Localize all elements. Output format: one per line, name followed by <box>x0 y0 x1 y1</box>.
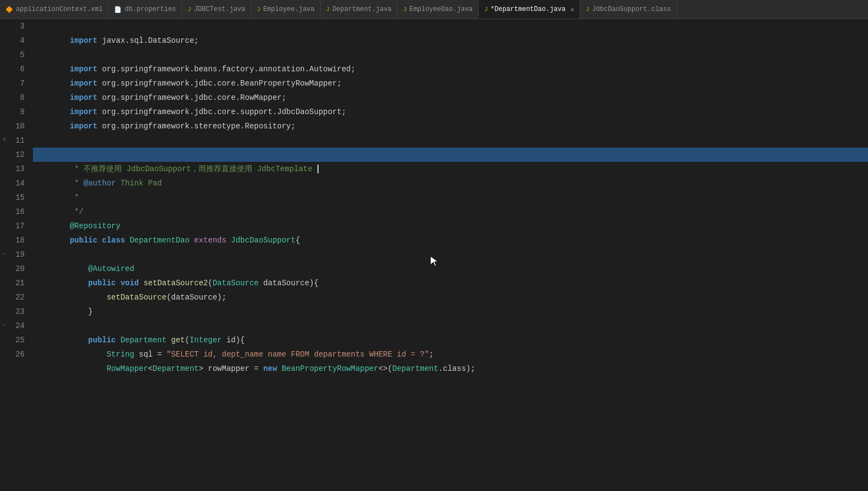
code-line-8: import org.springframework.jdbc.core.sup… <box>33 91 868 105</box>
tab-dbProperties[interactable]: 📄 db.properties <box>109 0 182 19</box>
tab-jdbcDaoSupport[interactable]: J JdbcDaoSupport.class <box>580 0 677 19</box>
line-num-7: 7 <box>0 76 30 91</box>
tab-icon-employee: J <box>257 6 260 13</box>
tab-icon-jdbcDaoSupport: J <box>586 6 589 13</box>
tab-icon-department: J <box>326 6 330 13</box>
code-line-5: import org.springframework.beans.factory… <box>33 48 868 62</box>
code-line-20: public void setDataSource2(DataSource da… <box>33 262 868 276</box>
tab-label-applicationContext: applicationContext.xml <box>16 5 103 13</box>
line-num-6: 6 <box>0 62 30 76</box>
tab-jdbcTest[interactable]: J JDBCTest.java <box>182 0 251 19</box>
tab-label-jdbcDaoSupport: JdbcDaoSupport.class <box>592 5 671 13</box>
line-num-14: 14 <box>0 176 30 190</box>
code-line-18 <box>33 233 868 247</box>
tab-bar: 🔶 applicationContext.xml 📄 db.properties… <box>0 0 868 19</box>
code-line-7: import org.springframework.jdbc.core.Row… <box>33 76 868 91</box>
code-line-6: import org.springframework.jdbc.core.Bea… <box>33 62 868 76</box>
tab-label-departmentDao: *DepartmentDao.java <box>491 5 566 13</box>
code-line-15: */ <box>33 190 868 205</box>
line-num-5: 5 <box>0 48 30 62</box>
code-line-22: } <box>33 290 868 304</box>
line-num-21: 21 <box>0 276 30 290</box>
code-line-19: @Autowired <box>33 247 868 262</box>
line-numbers: 3 4 5 6 7 8 9 10 11= 12 13 14 15 16 17 1… <box>0 19 30 491</box>
fold-icon-24: ◦ <box>3 319 6 333</box>
code-line-13: * @author Think Pad <box>33 162 868 176</box>
line-num-4: 4 <box>0 33 30 48</box>
tab-label-employeeDao: EmployeeDao.java <box>410 5 473 13</box>
tab-applicationContext[interactable]: 🔶 applicationContext.xml <box>0 0 109 19</box>
code-line-25: String sql = "SELECT id, dept_name name … <box>33 333 868 347</box>
line-num-15: 15 <box>0 190 30 205</box>
code-line-9: import org.springframework.stereotype.Re… <box>33 105 868 119</box>
code-content[interactable]: import javax.sql.DataSource; import org.… <box>30 19 868 491</box>
line-num-11: 11= <box>0 133 30 148</box>
code-line-11: /** <box>33 133 868 148</box>
line-num-23: 23 <box>0 304 30 319</box>
line-num-10: 10 <box>0 119 30 133</box>
line-num-8: 8 <box>0 91 30 105</box>
line-num-3: 3 <box>0 19 30 33</box>
fold-icon-11: = <box>3 133 6 148</box>
line-num-20: 20 <box>0 262 30 276</box>
tab-department[interactable]: J Department.java <box>321 0 398 19</box>
tab-icon-employeeDao: J <box>403 6 407 13</box>
code-line-12: * 不推荐使用 JdbcDaoSupport，而推荐直接使用 JdbcTempl… <box>33 148 868 162</box>
tab-employeeDao[interactable]: J EmployeeDao.java <box>398 0 479 19</box>
tab-label-dbProperties: db.properties <box>124 5 176 13</box>
code-line-23 <box>33 304 868 319</box>
fold-icon-19: ◦ <box>3 247 6 262</box>
line-num-24: 24◦ <box>0 319 30 333</box>
tab-label-employee: Employee.java <box>263 5 315 13</box>
code-line-26: RowMapper<Department> rowMapper = new Be… <box>33 347 868 362</box>
tab-label-jdbcTest: JDBCTest.java <box>194 5 246 13</box>
tab-icon-jdbcTest: J <box>188 6 191 13</box>
line-num-12: 12 <box>0 148 30 162</box>
code-line-10 <box>33 119 868 133</box>
tab-icon-applicationContext: 🔶 <box>5 6 13 13</box>
code-line-17: public class DepartmentDao extends JdbcD… <box>33 219 868 233</box>
tab-icon-dbProperties: 📄 <box>114 6 122 13</box>
line-num-19: 19◦ <box>0 247 30 262</box>
line-num-26: 26 <box>0 347 30 362</box>
code-line-3: import javax.sql.DataSource; <box>33 19 868 33</box>
code-line-16: @Repository <box>33 205 868 219</box>
line-num-16: 16 <box>0 205 30 219</box>
code-line-24: public Department get(Integer id){ <box>33 319 868 333</box>
line-num-17: 17 <box>0 219 30 233</box>
line-num-9: 9 <box>0 105 30 119</box>
code-line-4 <box>33 33 868 48</box>
tab-label-department: Department.java <box>332 5 392 13</box>
line-num-13: 13 <box>0 162 30 176</box>
line-num-22: 22 <box>0 290 30 304</box>
tab-employee[interactable]: J Employee.java <box>251 0 320 19</box>
line-num-18: 18 <box>0 233 30 247</box>
code-area: 3 4 5 6 7 8 9 10 11= 12 13 14 15 16 17 1… <box>0 19 868 491</box>
close-departmentDao-button[interactable]: ✕ <box>570 6 574 13</box>
tab-icon-departmentDao: J <box>484 6 488 13</box>
tab-departmentDao[interactable]: J *DepartmentDao.java ✕ <box>479 0 580 19</box>
line-num-25: 25 <box>0 333 30 347</box>
editor-container: 🔶 applicationContext.xml 📄 db.properties… <box>0 0 868 491</box>
code-line-21: setDataSource(dataSource); <box>33 276 868 290</box>
code-line-14: * <box>33 176 868 190</box>
